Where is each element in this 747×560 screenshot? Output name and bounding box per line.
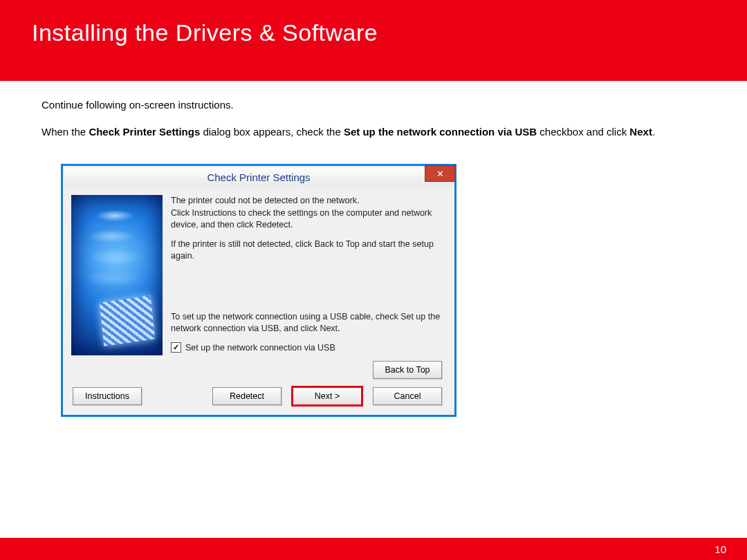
intro-text: dialog box appears, check the xyxy=(200,126,344,138)
button-row-right: Redetect Next > Cancel xyxy=(212,387,442,405)
back-to-top-button[interactable]: Back to Top xyxy=(373,361,442,379)
dialog-title: Check Printer Settings xyxy=(207,171,310,183)
cancel-button[interactable]: Cancel xyxy=(373,387,442,405)
setup-usb-checkbox[interactable] xyxy=(171,342,181,353)
dialog-illustration xyxy=(71,195,163,355)
dialog-paragraph-1: The printer could not be detected on the… xyxy=(171,195,442,232)
page-body: Continue following on-screen instruction… xyxy=(0,81,719,417)
dialog-paragraph-2: If the printer is still not detected, cl… xyxy=(171,239,442,263)
intro-line-1: Continue following on-screen instruction… xyxy=(42,97,719,112)
dialog-titlebar: Check Printer Settings ✕ xyxy=(64,167,453,187)
page-title: Installing the Drivers & Software xyxy=(32,19,747,46)
page-number: 10 xyxy=(714,543,726,555)
intro-bold-setup-usb: Set up the network connection via USB xyxy=(344,126,537,138)
intro-bold-next: Next xyxy=(629,126,652,138)
page-header: Installing the Drivers & Software xyxy=(0,0,747,81)
intro-bold-check-printer-settings: Check Printer Settings xyxy=(89,126,200,138)
instructions-button[interactable]: Instructions xyxy=(73,387,142,405)
intro-text: . xyxy=(652,126,655,138)
intro-text: checkbox and click xyxy=(537,126,629,138)
intro-text: When the xyxy=(42,126,89,138)
next-button[interactable]: Next > xyxy=(293,387,362,405)
dialog-body: The printer could not be detected on the… xyxy=(64,187,453,358)
redetect-button[interactable]: Redetect xyxy=(212,387,282,405)
spacer xyxy=(171,270,442,311)
close-icon: ✕ xyxy=(436,169,444,179)
intro-line-2: When the Check Printer Settings dialog b… xyxy=(42,124,719,139)
dialog-text-area: The printer could not be detected on the… xyxy=(163,195,446,355)
page-footer: 10 xyxy=(0,538,747,560)
check-printer-settings-dialog: Check Printer Settings ✕ The printer cou… xyxy=(61,164,456,417)
close-button[interactable]: ✕ xyxy=(425,165,455,182)
checkbox-label: Set up the network connection via USB xyxy=(185,342,335,354)
document-page: Installing the Drivers & Software Contin… xyxy=(0,0,747,560)
back-to-top-row: Back to Top xyxy=(64,358,453,383)
checkbox-row: Set up the network connection via USB xyxy=(171,342,442,354)
dialog-button-row: Instructions Redetect Next > Cancel xyxy=(64,383,453,413)
dialog-paragraph-3: To set up the network connection using a… xyxy=(171,311,442,335)
